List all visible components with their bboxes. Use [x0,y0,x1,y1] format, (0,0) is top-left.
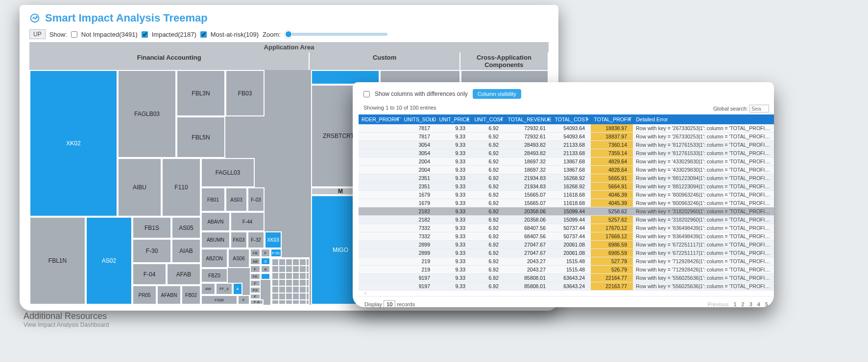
cell-fb02[interactable]: FB02 [181,285,201,305]
cell-f3[interactable]: F [250,294,261,299]
cell-fagll03[interactable]: FAGLL03 [201,158,255,187]
table-row[interactable]: 78179.336.9272932.6154093.6418837.97Row … [359,133,774,141]
table-row[interactable]: 73329.336.9268407.5650737.4417670.12Row … [359,224,774,232]
cell-abavn[interactable]: ABAVN [201,212,230,231]
cell-faglb03[interactable]: FAGLB03 [118,70,176,158]
table-row[interactable]: 30549.336.9228493.8221133.687360.14Row w… [359,141,774,149]
th-detailed-error[interactable]: Detailed Error [633,114,774,124]
cell-fbl3n[interactable]: FBL3N [176,70,225,116]
cell-fbl1n[interactable]: FBL1N [29,217,86,305]
page-1[interactable]: 1 [733,301,736,307]
most-at-risk-label: Most-at-risk(109) [211,31,259,38]
table-row[interactable]: 2199.336.922043.271515.48526.79Row with … [359,266,774,274]
cell-afab[interactable]: AFAB [167,263,201,285]
table-row[interactable]: 28999.336.9227047.6720061.086985.59Row w… [359,249,774,257]
table-row[interactable]: 73329.336.9268407.5650737.4417669.12Row … [359,232,774,241]
th-units-sold[interactable]: UNITS_SOLD▾ [401,114,436,124]
table-row[interactable]: 2199.336.922043.271515.48527.79Row with … [359,257,774,266]
table-row[interactable]: 23519.336.9221934.8316268.925665.91Row w… [359,174,774,182]
cell-f44[interactable]: F-44 [230,212,265,231]
th-order-priority[interactable]: RDER_PRIORITY▾ [359,114,401,124]
th-total-profit[interactable]: TOTAL_PROFIT▾ [591,114,633,124]
page-2[interactable]: 2 [742,301,745,307]
cell-b1[interactable] [261,273,270,280]
cell-microgrid[interactable] [270,257,310,305]
table-row[interactable]: 78179.336.9272932.6154093.6418838.97Row … [359,124,774,133]
cell-f32[interactable]: F-32 [247,231,265,249]
cell-fb01[interactable]: FB01 [201,187,225,212]
cell-xk03[interactable]: XK03 [265,231,282,249]
cell-f51[interactable]: F-51 [270,249,282,257]
cell-aiab[interactable]: AIAB [171,239,201,263]
cell-pr05[interactable]: PR05 [132,285,157,305]
column-visibility-button[interactable]: Column visibility [473,89,521,99]
cell-as02[interactable]: AS02 [86,217,132,305]
zoom-slider[interactable] [285,33,387,36]
col-cross: Cross-Application Components [460,52,549,70]
page-4[interactable]: 4 [757,301,760,307]
cell-f-a[interactable]: F [250,265,261,273]
comparison-table: RDER_PRIORITY▾ UNITS_SOLD▾ UNIT_PRICE▾ U… [359,114,774,291]
page-3[interactable]: 3 [749,301,752,307]
cell-fb[interactable]: FB [250,249,261,257]
table-row[interactable]: 21829.336.9220358.0615099.445258.62Row w… [359,207,774,216]
table-row[interactable]: 21829.336.9220358.0615099.445257.62Row w… [359,216,774,224]
cell-abzon[interactable]: ABZON [201,249,228,268]
table-row[interactable]: 91979.336.9285808.0163643.2422164.77Row … [359,274,774,282]
cell-a[interactable]: A [233,283,242,295]
zoom-label: Zoom: [263,31,281,38]
table-row[interactable]: 16799.336.9215665.0711618.684046.39Row w… [359,191,774,199]
cell-x[interactable]: X [261,257,270,265]
cell-f1[interactable]: F [238,295,250,305]
cell-fx[interactable]: FX [250,287,261,294]
th-unit-cost[interactable]: UNIT_COST▾ [471,114,505,124]
global-search-label: Global search: [713,106,748,112]
cell-as03[interactable]: AS03 [225,187,247,212]
global-search-input[interactable] [749,105,769,113]
col-custom: Custom [310,52,460,70]
cell-f30[interactable]: F-30 [132,239,171,263]
th-total-revenue[interactable]: TOTAL_REVENUE▾ [505,114,552,124]
cell-fb1s[interactable]: FB1S [132,217,171,239]
cell-afabn[interactable]: AFABN [157,285,181,305]
page-5[interactable]: 5 [765,301,768,307]
th-unit-price[interactable]: UNIT_PRICE▾ [436,114,471,124]
cell-xk02[interactable]: XK02 [29,70,118,217]
cell-f2[interactable]: F [250,280,261,287]
cell-fs00[interactable]: FS00 [201,295,238,305]
cell-ab[interactable]: AB [250,257,261,265]
table-row[interactable]: 91979.336.9285808.0163643.2422163.77Row … [359,282,774,291]
cell-fbz0[interactable]: FBZ0 [201,268,228,283]
cell-fk03[interactable]: FK03 [230,231,247,249]
show-diffs-checkbox[interactable] [363,91,370,97]
cell-f03[interactable]: F-03 [247,187,265,212]
table-row[interactable]: 30549.336.9228493.8221133.687359.14Row w… [359,149,774,158]
show-label: Show: [49,31,67,38]
table-row[interactable]: 16799.336.9215665.0711618.684045.39Row w… [359,199,774,207]
display-count-input[interactable] [384,300,395,307]
cell-aw[interactable]: AW [201,283,216,295]
th-total-cost[interactable]: TOTAL_COST▾ [552,114,591,124]
cell-a2[interactable]: A [261,265,270,273]
cell-fbl5n[interactable]: FBL5N [176,116,225,158]
cell-fz[interactable]: F [261,249,270,257]
up-button[interactable]: UP [29,29,46,39]
cell-as05[interactable]: AS05 [171,217,201,239]
cell-as06[interactable]: AS06 [228,249,250,268]
not-impacted-checkbox[interactable] [71,31,77,38]
cell-fk[interactable]: FK [250,273,261,280]
cell-fb03[interactable]: FB03 [225,70,265,116]
prev-page[interactable]: Previous [708,301,729,307]
most-at-risk-checkbox[interactable] [200,31,207,38]
table-row[interactable]: 20049.336.9218697.3213867.684829.64Row w… [359,158,774,166]
cell-fa[interactable]: F A [250,299,264,305]
table-row[interactable]: 20049.336.9218697.3213867.684828.64Row w… [359,166,774,174]
cell-f110[interactable]: F110 [162,158,201,217]
cell-aibu[interactable]: AIBU [118,158,162,217]
impacted-checkbox[interactable] [142,31,148,38]
cell-abumn[interactable]: ABUMN [201,231,230,249]
table-row[interactable]: 23519.336.9221934.8316268.925664.91Row w… [359,182,774,191]
table-row[interactable]: 28999.336.9227047.6720061.086986.59Row w… [359,241,774,249]
cell-f04[interactable]: F-04 [132,263,167,285]
cell-ff6[interactable]: FF_6 [216,283,233,295]
